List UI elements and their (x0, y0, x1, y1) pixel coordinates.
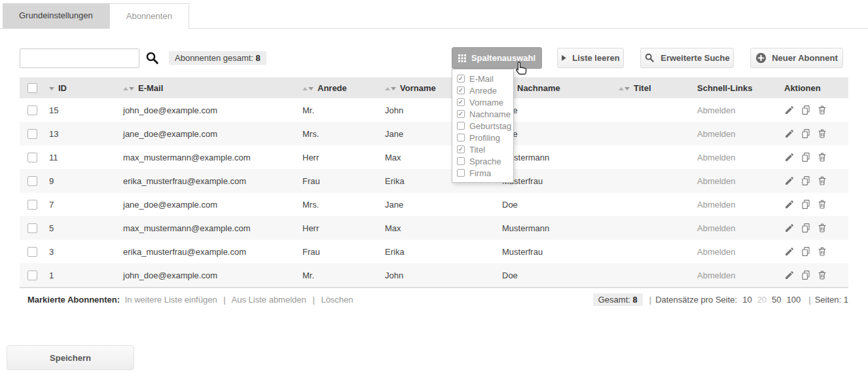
delete-icon[interactable] (817, 223, 827, 233)
edit-icon[interactable] (784, 128, 795, 139)
unchecked-checkbox-icon[interactable] (457, 157, 465, 165)
sort-desc-icon[interactable] (308, 87, 314, 90)
sort-desc-icon[interactable] (129, 87, 134, 90)
sort-icons[interactable] (619, 87, 630, 90)
new-subscriber-button[interactable]: Neuer Abonnent (750, 48, 843, 68)
edit-icon[interactable] (784, 152, 795, 162)
edit-icon[interactable] (784, 176, 795, 186)
sort-icons[interactable] (49, 87, 54, 90)
checked-checkbox-icon[interactable]: ✓ (457, 145, 465, 153)
copy-icon[interactable] (801, 152, 811, 162)
column-option-geburtstag[interactable]: Geburtstag (457, 120, 513, 132)
sort-desc-icon[interactable] (391, 87, 396, 90)
row-checkbox[interactable] (27, 153, 37, 162)
unchecked-checkbox-icon[interactable] (457, 169, 465, 177)
page-size-10[interactable]: 10 (742, 295, 751, 305)
abmelden-link[interactable]: Abmelden (697, 105, 736, 115)
column-option-sprache[interactable]: Sprache (457, 155, 513, 167)
abmelden-link[interactable]: Abmelden (697, 271, 736, 280)
row-checkbox[interactable] (27, 105, 37, 115)
page-size-50[interactable]: 50 (772, 295, 781, 305)
copy-icon[interactable] (801, 176, 811, 186)
sort-asc-icon[interactable] (302, 87, 308, 90)
copy-icon[interactable] (801, 223, 811, 233)
delete-icon[interactable] (817, 105, 827, 115)
checked-checkbox-icon[interactable]: ✓ (457, 86, 465, 94)
clear-list-button[interactable]: Liste leeren (557, 48, 624, 68)
column-header-aktionen[interactable]: Aktionen (776, 77, 848, 98)
checked-checkbox-icon[interactable]: ✓ (457, 98, 465, 106)
sort-asc-icon[interactable] (385, 87, 390, 90)
advanced-search-button[interactable]: Erweiterte Suche (640, 48, 734, 68)
delete-icon[interactable] (817, 152, 827, 162)
column-header-titel[interactable]: Titel (611, 77, 689, 98)
row-checkbox[interactable] (27, 247, 37, 257)
search-icon[interactable] (145, 50, 160, 66)
sort-desc-icon[interactable] (624, 87, 630, 90)
plus-circle-icon (755, 52, 767, 64)
row-checkbox[interactable] (27, 223, 37, 233)
column-header-e-mail[interactable]: E-Mail (115, 77, 295, 98)
unchecked-checkbox-icon[interactable] (457, 122, 465, 130)
sort-asc-icon[interactable] (619, 87, 624, 90)
sort-icons[interactable] (385, 87, 396, 90)
save-button[interactable]: Speichern (7, 345, 134, 370)
edit-icon[interactable] (784, 199, 795, 210)
sort-icons[interactable] (123, 87, 134, 90)
row-checkbox[interactable] (27, 271, 37, 280)
column-option-profiling[interactable]: Profiling (457, 132, 513, 143)
abmelden-link[interactable]: Abmelden (697, 223, 736, 233)
copy-icon[interactable] (801, 246, 811, 257)
column-header-schnell-links[interactable]: Schnell-Links (689, 77, 776, 98)
abmelden-link[interactable]: Abmelden (697, 153, 736, 162)
copy-icon[interactable] (801, 128, 811, 139)
delete-icon[interactable] (817, 199, 827, 210)
search-input[interactable] (20, 48, 139, 68)
edit-icon[interactable] (784, 246, 795, 257)
column-select-button[interactable]: Spaltenauswahl (452, 47, 542, 69)
row-checkbox[interactable] (27, 200, 37, 210)
copy-icon[interactable] (801, 105, 811, 115)
delete-icon[interactable] (817, 270, 827, 280)
abmelden-link[interactable]: Abmelden (697, 129, 736, 139)
column-header-label: Nachname (517, 83, 560, 93)
delete-icon[interactable] (817, 176, 827, 186)
delete-icon[interactable] (817, 128, 827, 139)
tab-abonnenten[interactable]: Abonnenten (109, 3, 189, 29)
cell-actions (776, 169, 848, 193)
sort-icons[interactable] (302, 87, 314, 90)
column-header-anrede[interactable]: Anrede (295, 77, 377, 98)
column-option-nachname[interactable]: ✓Nachname (457, 108, 513, 120)
delete-icon[interactable] (817, 246, 827, 257)
column-option-vorname[interactable]: ✓Vorname (457, 96, 513, 108)
add-to-list-link[interactable]: In weitere Liste einfügen (125, 295, 217, 305)
checked-checkbox-icon[interactable]: ✓ (457, 75, 465, 83)
column-option-e-mail[interactable]: ✓E-Mail (457, 73, 513, 84)
select-all-checkbox[interactable] (27, 83, 37, 93)
sort-asc-icon[interactable] (123, 87, 128, 90)
cell-actions (776, 98, 848, 122)
sort-desc-icon[interactable] (49, 87, 54, 90)
play-icon (561, 55, 567, 61)
row-checkbox[interactable] (27, 129, 37, 139)
edit-icon[interactable] (784, 223, 795, 233)
edit-icon[interactable] (784, 270, 795, 280)
edit-icon[interactable] (784, 105, 795, 115)
page-size-20[interactable]: 20 (757, 295, 767, 305)
column-option-firma[interactable]: Firma (457, 167, 513, 179)
unsubscribe-from-list-link[interactable]: Aus Liste abmelden (232, 295, 306, 305)
abmelden-link[interactable]: Abmelden (697, 200, 736, 210)
copy-icon[interactable] (801, 199, 811, 210)
column-option-titel[interactable]: ✓Titel (457, 143, 513, 155)
checked-checkbox-icon[interactable]: ✓ (457, 110, 465, 118)
abmelden-link[interactable]: Abmelden (697, 247, 736, 257)
delete-marked-link[interactable]: Löschen (321, 295, 353, 305)
column-header-id[interactable]: ID (41, 77, 115, 98)
row-checkbox[interactable] (27, 176, 37, 186)
unchecked-checkbox-icon[interactable] (457, 134, 465, 141)
abmelden-link[interactable]: Abmelden (697, 176, 736, 186)
copy-icon[interactable] (801, 270, 811, 280)
tab-grundeinstellungen[interactable]: Grundeinstellungen (3, 3, 109, 28)
column-option-anrede[interactable]: ✓Anrede (457, 84, 513, 96)
page-size-100[interactable]: 100 (787, 295, 801, 305)
